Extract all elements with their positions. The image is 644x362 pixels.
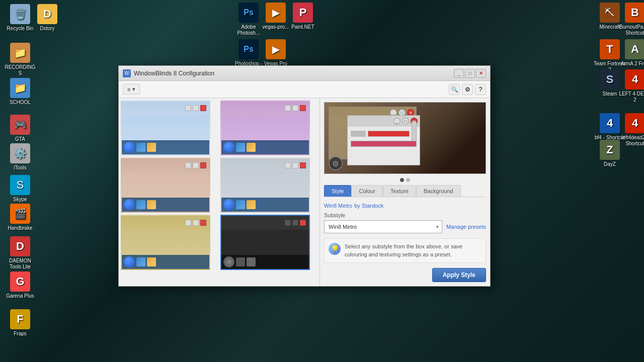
minimize-button[interactable]: _: [454, 69, 464, 78]
desktop-icon-skype[interactable]: S Skype: [4, 175, 36, 203]
vegas-pro-icon: ▶: [266, 3, 286, 23]
itools-icon: ⚙️: [10, 143, 30, 163]
desktop-icon-garena[interactable]: G Garena Plus: [4, 272, 36, 299]
skin-header-6: [221, 216, 309, 230]
skin-ctrl-btns-1: [185, 105, 206, 111]
skin-body-4: [221, 172, 309, 200]
tab-background[interactable]: Background: [416, 185, 461, 197]
skin-thumb-3[interactable]: [121, 157, 210, 213]
desktop-icon-recordings[interactable]: 📁 RECORDINGS: [4, 43, 36, 76]
preview-dot-1[interactable]: [400, 178, 404, 182]
style-author-text: by Stardock: [354, 203, 383, 209]
wb-title-text: WindowBlinds 8 Configuration: [134, 70, 454, 77]
skin-thumb-4[interactable]: [220, 157, 310, 213]
skin-ctrl-btns-5: [185, 220, 206, 226]
taskbar-orb-1: [124, 142, 135, 153]
desktop-icon-arma2[interactable]: A ArmA 2 Free: [619, 39, 644, 67]
skin-max-btn-2: [292, 105, 298, 111]
apply-style-button[interactable]: Apply Style: [432, 268, 486, 282]
menu-arrow-icon: ▾: [132, 86, 135, 93]
skin-thumb-1[interactable]: [121, 100, 210, 155]
gear-icon: ⚙: [465, 86, 470, 93]
preview-bottom-icon: ⊙: [329, 156, 343, 170]
desktop-icon-dxtory[interactable]: D Dxtory: [31, 4, 63, 32]
desktop-icon-paint-net[interactable]: P Paint.NET: [287, 3, 319, 30]
taskbar-folder-2: [247, 143, 256, 152]
skin-header-1: [122, 101, 209, 115]
desktop-icon-itools[interactable]: ⚙️ iTools: [4, 143, 36, 171]
desktop-icon-school[interactable]: 📁 SCHOOL: [4, 78, 36, 106]
tf2-icon: T: [600, 39, 620, 59]
preview-dots: [324, 178, 486, 182]
recycle-bin-icon: 🗑️: [10, 4, 30, 24]
minecraft-label: Minecraft: [599, 24, 620, 30]
fraps-label: Fraps: [14, 331, 27, 337]
burnout-label: BurnoutPa... - Shortcut: [619, 24, 644, 36]
tab-colour[interactable]: Colour: [351, 185, 382, 197]
wb-skins-panel[interactable]: [119, 98, 320, 286]
skin-ctrl-btns-6: [285, 220, 306, 226]
wb-tabs: Style Colour Texture Background: [324, 185, 486, 197]
skin-ctrl-btns-2: [285, 105, 306, 111]
preview-dialog: _ □ ✕: [347, 115, 420, 165]
settings-button[interactable]: ⚙: [462, 84, 473, 95]
skin-taskbar-4: [221, 198, 309, 212]
close-button[interactable]: ✕: [476, 69, 486, 78]
desktop-icon-burnout[interactable]: B BurnoutPa... - Shortcut: [619, 3, 644, 36]
burnout-icon: B: [625, 3, 644, 23]
handbrake-label: Handbrake: [8, 225, 33, 231]
skin-close-btn-1: [200, 105, 206, 111]
daemon-label: DAEMON Tools Lite: [4, 258, 36, 270]
desktop-icon-dayz[interactable]: Z DayZ: [594, 140, 626, 167]
desktop-icon-left4dead[interactable]: 4 LEFT 4 DEAD 2: [619, 69, 644, 103]
skin-header-5: [122, 216, 209, 230]
desktop-icon-daemon[interactable]: D DAEMON Tools Lite: [4, 236, 36, 270]
info-text: Select any substyle from the box above, …: [345, 243, 481, 258]
substyle-row: Win8 Metro Manage presets: [324, 220, 486, 233]
taskbar-orb-2: [223, 142, 234, 153]
skin-max-btn-6: [292, 220, 298, 226]
substyle-select[interactable]: Win8 Metro: [324, 220, 442, 233]
skin-taskbar-1: [122, 140, 209, 154]
dxtory-icon: D: [37, 4, 57, 24]
gta-label: GTA: [15, 136, 25, 142]
manage-presets-link[interactable]: Manage presets: [446, 224, 486, 230]
wb-style-name: Win8 Metro by Stardock: [324, 201, 486, 209]
desktop-icon-gta[interactable]: 🎮 GTA: [4, 115, 36, 142]
skin-min-btn-2: [285, 105, 291, 111]
substyle-select-wrapper: Win8 Metro: [324, 220, 442, 233]
arma2-label: ArmA 2 Free: [621, 61, 644, 67]
dxtory-label: Dxtory: [40, 26, 55, 32]
wb-main-content: _ □ ✕ _ □ ✕: [119, 98, 490, 286]
skin-max-btn-1: [193, 105, 199, 111]
skin-max-btn-3: [193, 162, 199, 168]
skin-thumb-6[interactable]: [220, 215, 310, 270]
vegas-pro-label: vegas-pro...: [263, 24, 289, 30]
skin-thumb-2[interactable]: [220, 100, 310, 155]
skin-taskbar-3: [122, 198, 209, 212]
daemon-icon: D: [10, 236, 30, 256]
desktop-icon-fraps[interactable]: F Fraps: [4, 309, 36, 337]
skin-header-2: [221, 101, 309, 115]
tab-style[interactable]: Style: [324, 185, 351, 197]
search-button[interactable]: 🔍: [449, 84, 460, 95]
preview-dialog-header: _ □ ✕: [348, 116, 420, 127]
handbrake-icon: 🎬: [10, 204, 30, 224]
skin-min-btn-6: [285, 220, 291, 226]
skin-thumb-5[interactable]: [121, 215, 210, 270]
tab-texture[interactable]: Texture: [383, 185, 416, 197]
skin-min-btn-4: [285, 162, 291, 168]
maximize-button[interactable]: □: [465, 69, 475, 78]
preview-row-1: [351, 130, 417, 138]
adobe-ps-icon: Ps: [238, 3, 259, 23]
menu-icon: ≡: [127, 86, 130, 93]
bf4-icon: 4: [600, 113, 620, 133]
wb-preview-area: _ □ ✕ _ □ ✕: [324, 102, 486, 174]
skin-min-btn-3: [185, 162, 191, 168]
desktop-icon-handbrake[interactable]: 🎬 Handbrake: [4, 204, 36, 231]
menu-button[interactable]: ≡ ▾: [123, 84, 140, 95]
preview-dot-2[interactable]: [406, 178, 410, 182]
help-button[interactable]: ?: [475, 84, 486, 95]
skin-body-1: [122, 115, 209, 142]
skin-header-3: [122, 158, 209, 172]
